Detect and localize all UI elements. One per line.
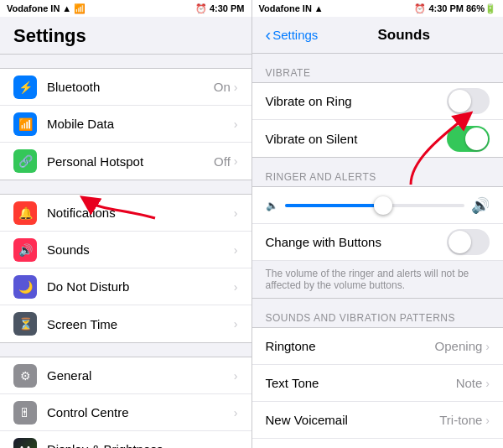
personal-hotspot-value: Off xyxy=(214,154,231,169)
wifi-status-icon: 📶 xyxy=(74,3,86,14)
system-group: 🔔 Notifications › 🔊 Sounds › 🌙 xyxy=(0,194,252,343)
volume-slider-thumb[interactable] xyxy=(374,196,392,215)
mobile-data-icon: 📶 xyxy=(13,112,37,136)
mobile-data-label: Mobile Data xyxy=(47,117,234,131)
new-mail-item[interactable]: New Mail None › xyxy=(252,439,504,448)
general-icon: ⚙ xyxy=(13,364,37,388)
ringer-alerts-label: RINGER AND ALERTS xyxy=(252,171,504,186)
vibrate-on-silent-label: Vibrate on Silent xyxy=(266,132,448,146)
vibrate-on-ring-label: Vibrate on Ring xyxy=(266,94,448,108)
text-tone-item[interactable]: Text Tone Note › xyxy=(252,365,504,402)
vibrate-on-ring-item[interactable]: Vibrate on Ring xyxy=(252,83,504,120)
back-button[interactable]: ‹ Settings xyxy=(266,25,319,44)
vibrate-list: Vibrate on Ring Vibrate on Silent xyxy=(252,82,504,158)
vibrate-label: VIBRATE xyxy=(252,67,504,82)
screen-time-item[interactable]: ⏳ Screen Time › xyxy=(0,305,252,342)
bluetooth-item[interactable]: ⚡ Bluetooth On › xyxy=(0,69,252,106)
vibrate-on-ring-toggle-knob xyxy=(449,90,471,112)
alarm-icon: ⏰ xyxy=(195,3,207,14)
bluetooth-value: On xyxy=(214,80,231,94)
bluetooth-chevron: › xyxy=(234,81,238,94)
sounds-patterns-section: SOUNDS AND VIBRATION PATTERNS Ringtone O… xyxy=(252,312,504,448)
general-chevron: › xyxy=(234,369,238,383)
notifications-item[interactable]: 🔔 Notifications › xyxy=(0,195,252,232)
new-voicemail-label: New Voicemail xyxy=(266,413,440,427)
preferences-list: ⚙ General › 🎚 Control Centre › AA xyxy=(0,357,252,448)
ringtone-item[interactable]: Ringtone Opening › xyxy=(252,328,504,365)
sounds-header: ‹ Settings Sounds xyxy=(252,17,504,54)
notifications-chevron: › xyxy=(234,206,238,220)
screen-time-label: Screen Time xyxy=(47,317,234,331)
back-chevron-icon: ‹ xyxy=(266,25,272,44)
mobile-data-chevron: › xyxy=(234,117,238,131)
volume-high-icon: 🔊 xyxy=(471,196,490,215)
display-brightness-chevron: › xyxy=(234,443,238,449)
change-with-buttons-toggle-knob xyxy=(449,231,471,253)
sounds-chevron: › xyxy=(234,243,238,257)
do-not-disturb-item[interactable]: 🌙 Do Not Disturb › xyxy=(0,268,252,305)
settings-panel: Settings ⚡ Bluetooth On › xyxy=(0,17,252,448)
ringer-alerts-list: 🔈 🔊 Change with Buttons xyxy=(252,186,504,299)
new-voicemail-chevron: › xyxy=(485,414,490,427)
connectivity-list: ⚡ Bluetooth On › 📶 Mobile Data › xyxy=(0,68,252,180)
back-label: Settings xyxy=(272,28,318,42)
new-voicemail-value: Tri-tone xyxy=(439,413,482,427)
personal-hotspot-icon: 🔗 xyxy=(13,149,37,173)
alarm-right-icon: ⏰ xyxy=(414,3,426,14)
control-centre-item[interactable]: 🎚 Control Centre › xyxy=(0,394,252,431)
personal-hotspot-chevron: › xyxy=(234,154,238,168)
do-not-disturb-icon: 🌙 xyxy=(13,275,37,299)
change-with-buttons-toggle[interactable] xyxy=(447,229,490,255)
bluetooth-label: Bluetooth xyxy=(47,80,214,94)
sounds-patterns-list: Ringtone Opening › Text Tone Note › Ne xyxy=(252,327,504,448)
signal-icon: ▲ xyxy=(62,3,71,13)
display-brightness-item[interactable]: AA Display & Brightness › xyxy=(0,431,252,448)
mobile-data-item[interactable]: 📶 Mobile Data › xyxy=(0,106,252,143)
signal-right-icon: ▲ xyxy=(314,3,324,13)
ringtone-label: Ringtone xyxy=(266,339,435,353)
vibrate-on-silent-toggle[interactable] xyxy=(447,126,490,152)
new-voicemail-item[interactable]: New Voicemail Tri-tone › xyxy=(252,402,504,439)
volume-slider-row[interactable]: 🔈 🔊 xyxy=(252,187,504,224)
battery-level: 86% xyxy=(466,3,485,13)
text-tone-value: Note xyxy=(456,376,483,390)
screen-time-icon: ⏳ xyxy=(13,312,37,336)
do-not-disturb-label: Do Not Disturb xyxy=(47,279,234,294)
settings-title: Settings xyxy=(13,25,238,47)
ringer-info-text: The volume of the ringer and alerts will… xyxy=(266,268,469,291)
notifications-icon: 🔔 xyxy=(13,201,37,225)
volume-slider-fill xyxy=(285,204,384,207)
carrier-right: Vodafone IN xyxy=(259,3,312,13)
volume-low-icon: 🔈 xyxy=(266,200,278,211)
settings-header: Settings xyxy=(0,17,252,55)
text-tone-label: Text Tone xyxy=(266,376,456,390)
vibrate-on-ring-toggle[interactable] xyxy=(447,88,490,114)
vibrate-on-silent-item[interactable]: Vibrate on Silent xyxy=(252,120,504,157)
general-item[interactable]: ⚙ General › xyxy=(0,357,252,394)
notifications-label: Notifications xyxy=(47,206,234,220)
display-brightness-icon: AA xyxy=(13,438,37,449)
text-tone-chevron: › xyxy=(485,377,490,390)
time-right: 4:30 PM xyxy=(428,3,464,13)
vibrate-section: VIBRATE Vibrate on Ring Vibrate on Silen… xyxy=(252,67,504,158)
personal-hotspot-label: Personal Hotspot xyxy=(47,154,214,169)
time-left: 4:30 PM xyxy=(210,3,245,13)
change-with-buttons-label: Change with Buttons xyxy=(266,235,448,249)
battery-icon: 86%🔋 xyxy=(466,3,496,14)
ringer-alerts-section: RINGER AND ALERTS 🔈 🔊 xyxy=(252,171,504,299)
screen-time-chevron: › xyxy=(234,317,238,331)
status-bar-left: Vodafone IN ▲ 📶 ⏰ 4:30 PM xyxy=(0,0,252,17)
system-list: 🔔 Notifications › 🔊 Sounds › 🌙 xyxy=(0,194,252,343)
ringtone-value: Opening xyxy=(435,339,483,353)
display-brightness-label: Display & Brightness xyxy=(47,442,234,448)
preferences-group: ⚙ General › 🎚 Control Centre › AA xyxy=(0,357,252,448)
ringtone-chevron: › xyxy=(485,340,490,353)
sounds-item[interactable]: 🔊 Sounds › xyxy=(0,232,252,268)
do-not-disturb-chevron: › xyxy=(234,280,238,294)
status-bar-right: Vodafone IN ▲ ⏰ 4:30 PM 86%🔋 xyxy=(252,0,504,17)
volume-slider-track[interactable] xyxy=(285,204,465,207)
connectivity-group: ⚡ Bluetooth On › 📶 Mobile Data › xyxy=(0,68,252,180)
personal-hotspot-item[interactable]: 🔗 Personal Hotspot Off › xyxy=(0,143,252,180)
change-with-buttons-item[interactable]: Change with Buttons xyxy=(252,224,504,261)
sounds-icon: 🔊 xyxy=(13,238,37,262)
